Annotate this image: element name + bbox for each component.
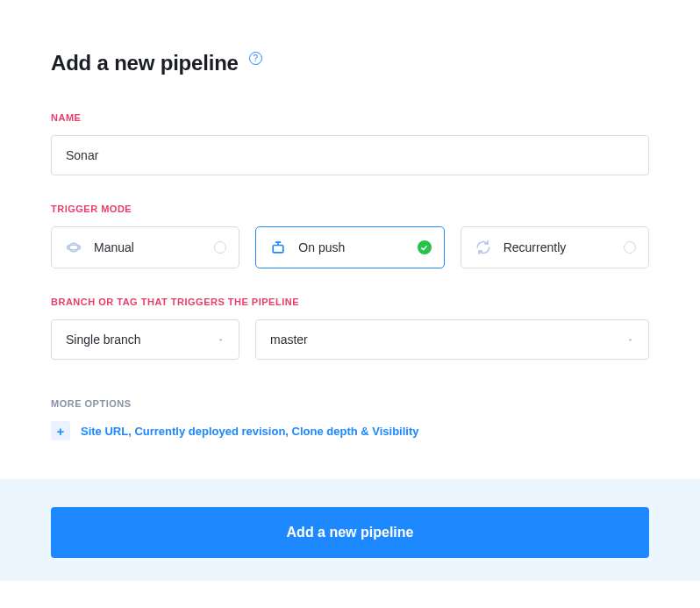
select-value: Single branch — [66, 333, 141, 347]
trigger-option-recurrently[interactable]: Recurrently — [461, 226, 649, 268]
radio-unchecked-icon — [624, 241, 636, 254]
page-header: Add a new pipeline ? — [51, 51, 649, 75]
select-value: master — [270, 333, 308, 347]
branch-scope-select[interactable]: Single branch — [51, 319, 239, 360]
plus-icon[interactable]: + — [51, 421, 70, 440]
trigger-option-manual[interactable]: Manual — [51, 226, 239, 268]
trigger-label: On push — [298, 240, 417, 254]
selected-check-icon — [418, 240, 432, 254]
footer: Add a new pipeline — [0, 479, 700, 581]
chevron-down-icon — [626, 333, 634, 347]
more-options-label: MORE OPTIONS — [51, 398, 649, 409]
trigger-mode-group: Manual On push — [51, 226, 649, 268]
trigger-section-label: TRIGGER MODE — [51, 204, 649, 214]
radio-unchecked-icon — [214, 241, 226, 254]
trigger-option-onpush[interactable]: On push — [255, 226, 444, 268]
help-icon[interactable]: ? — [249, 52, 262, 65]
branch-selectors: Single branch master — [51, 319, 649, 360]
recurrently-icon — [474, 238, 493, 257]
name-section-label: NAME — [51, 112, 649, 123]
svg-rect-2 — [273, 246, 283, 253]
page-title: Add a new pipeline — [51, 51, 239, 75]
more-options-link[interactable]: Site URL, Currently deployed revision, C… — [81, 425, 419, 438]
chevron-down-icon — [217, 333, 225, 347]
trigger-label: Recurrently — [504, 240, 624, 254]
add-pipeline-button[interactable]: Add a new pipeline — [51, 507, 649, 558]
more-options-row: + Site URL, Currently deployed revision,… — [51, 421, 649, 440]
manual-icon — [64, 238, 83, 257]
pipeline-name-input[interactable] — [51, 135, 649, 175]
trigger-label: Manual — [94, 240, 214, 254]
onpush-icon — [268, 238, 288, 257]
branch-section-label: BRANCH OR TAG THAT TRIGGERS THE PIPELINE — [51, 297, 649, 307]
branch-name-select[interactable]: master — [255, 319, 649, 360]
